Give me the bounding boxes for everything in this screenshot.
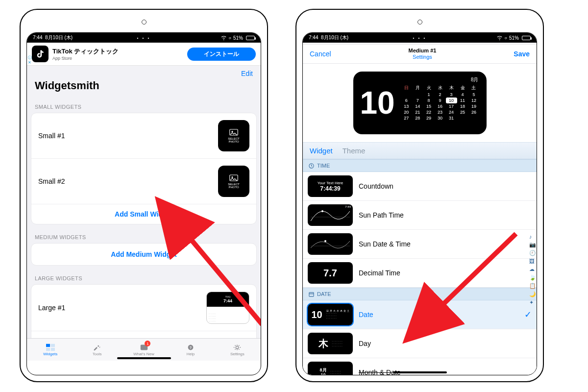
section-header-small: SMALL WIDGETS (27, 97, 261, 113)
check-icon: ✓ (524, 309, 532, 320)
large-widget-row[interactable]: Large #1 TYO7:44 · · · · · · ·· · · · · … (31, 285, 256, 331)
svg-rect-8 (46, 347, 50, 350)
section-header-medium: MEDIUM WIDGETS (27, 227, 261, 243)
small-widget-row[interactable]: Small #1 SELECT PHOTO (31, 113, 256, 159)
add-medium-widget-button[interactable]: Add Medium Widget (31, 244, 256, 265)
save-button[interactable]: Save (514, 50, 530, 58)
segment-theme[interactable]: Theme (343, 147, 366, 155)
select-photo-thumb: SELECT PHOTO (218, 166, 249, 197)
svg-rect-20 (309, 292, 314, 296)
calendar-icon (309, 292, 314, 297)
tab-widgets[interactable]: Widgets (27, 339, 74, 361)
option-date[interactable]: 10 日月火水木金土····················· Date ✓ (303, 300, 537, 329)
screen-right: 7:44 8月10日 (木) • • • ⟳ 51% Cancel Medium… (302, 32, 537, 375)
battery-icon (246, 36, 255, 40)
nav-subtitle[interactable]: Settings (409, 54, 437, 60)
status-bar: 7:44 8月10日 (木) • • • ⟳ 51% (27, 33, 261, 43)
adchoices-icon[interactable]: ⓘ✕ (28, 55, 32, 65)
large-preview-thumb: TYO7:44 · · · · · · ·· · · · · · ·· · · … (206, 292, 249, 324)
category-scrubber[interactable]: ♪📷🕘🖼☁🍃📋🌙✦ (529, 234, 536, 306)
status-dots: • • • (137, 36, 151, 40)
tab-settings[interactable]: Settings (214, 339, 261, 361)
segment-widget[interactable]: Widget (310, 147, 333, 155)
refresh-icon: ⟳ (229, 36, 231, 40)
add-small-widget-button[interactable]: Add Small Widget (31, 204, 256, 224)
screen-left: 7:44 8月10日 (木) • • • ⟳ 51% ⓘ✕ TikTok ティッ… (26, 32, 261, 375)
wifi-icon (496, 35, 503, 40)
category-header-date: DATE (303, 288, 537, 300)
option-sundate[interactable]: Sun Date & Time (303, 230, 537, 259)
home-indicator (117, 357, 171, 359)
svg-point-3 (232, 176, 233, 178)
status-time: 7:44 (33, 35, 42, 40)
ipad-left: 7:44 8月10日 (木) • • • ⟳ 51% ⓘ✕ TikTok ティッ… (20, 9, 268, 382)
medium-widgets-card: Add Medium Widget (31, 243, 257, 266)
ad-title: TikTok ティックトック (52, 47, 187, 56)
ad-banner[interactable]: ⓘ✕ TikTok ティックトック App Store インストール (27, 43, 261, 66)
svg-rect-9 (51, 347, 55, 350)
svg-point-13 (236, 346, 239, 348)
svg-rect-6 (46, 343, 50, 346)
nav-bar: Cancel Medium #1 Settings Save (303, 45, 537, 64)
svg-point-1 (232, 131, 233, 132)
segment-control[interactable]: Widget Theme (303, 142, 537, 159)
home-indicator (393, 371, 447, 373)
page-title: Widgetsmith (27, 77, 261, 97)
nav-title: Medium #1 (409, 48, 437, 54)
svg-rect-7 (51, 343, 55, 346)
option-decimal[interactable]: 7.7 Decimal Time (303, 259, 537, 288)
ad-subtitle: App Store (52, 56, 187, 61)
camera-hole (417, 20, 422, 24)
clock-icon (309, 163, 314, 169)
option-countdown[interactable]: Your Text Here7:44:39 Countdown (303, 172, 537, 201)
camera-hole (142, 20, 147, 24)
status-bar: 7:44 8月10日 (木) • • • ⟳ 51% (303, 33, 537, 43)
preview-day-number: 10 (360, 87, 401, 119)
svg-point-19 (324, 240, 326, 242)
option-day[interactable]: 木 ····················· Day (303, 329, 537, 358)
tab-tools[interactable]: Tools (74, 339, 120, 361)
svg-text:?: ? (190, 345, 192, 349)
install-button[interactable]: インストール (187, 48, 256, 61)
ipad-right: 7:44 8月10日 (木) • • • ⟳ 51% Cancel Medium… (295, 9, 544, 382)
widget-preview: 10 8月日月火水木金土1234567891011121314151617181… (303, 64, 537, 142)
option-sunpath[interactable]: 7:44 Sun Path Time (303, 201, 537, 230)
section-header-large: LARGE WIDGETS (27, 269, 261, 284)
battery-percent: 51% (233, 35, 243, 41)
cancel-button[interactable]: Cancel (310, 50, 331, 58)
svg-point-17 (321, 210, 323, 212)
small-widget-row[interactable]: Small #2 SELECT PHOTO (31, 159, 256, 204)
edit-button[interactable]: Edit (241, 70, 253, 77)
select-photo-thumb: SELECT PHOTO (218, 120, 249, 151)
category-header-time: TIME (303, 159, 537, 172)
tiktok-icon (32, 46, 49, 62)
battery-icon (522, 36, 531, 40)
status-date: 8月10日 (木) (45, 35, 73, 40)
badge-count: 1 (145, 341, 150, 346)
small-widgets-card: Small #1 SELECT PHOTO Small #2 SELECT PH… (31, 113, 257, 224)
preview-calendar: 8月日月火水木金土1234567891011121314151617181920… (401, 76, 480, 129)
wifi-icon (220, 35, 227, 40)
tab-help[interactable]: ?Help (167, 339, 214, 361)
